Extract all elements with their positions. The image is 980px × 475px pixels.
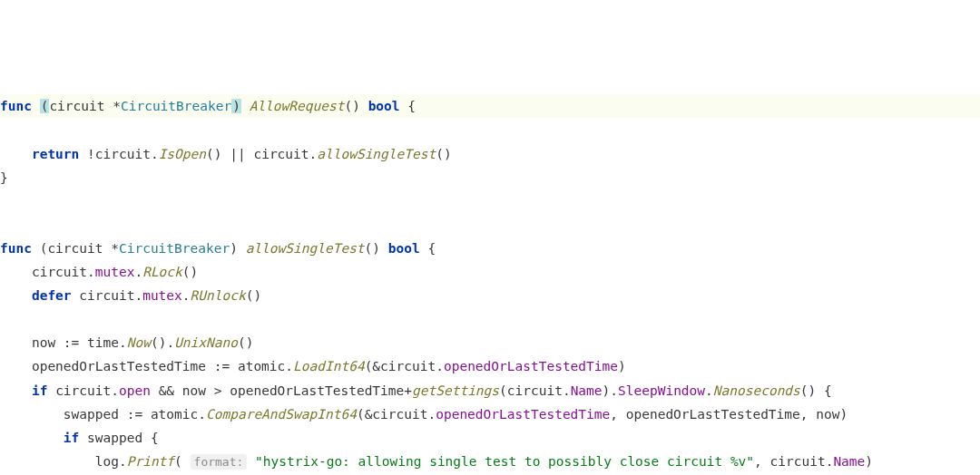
variable: now — [32, 335, 55, 350]
type-name: CircuitBreaker — [121, 99, 231, 113]
paren-highlight: ) — [231, 99, 241, 113]
keyword-return: return — [32, 147, 79, 161]
keyword-if: if — [32, 383, 47, 398]
code-line-highlighted: func (circuit *CircuitBreaker) AllowRequ… — [0, 94, 980, 118]
parameter-hint: format: — [191, 454, 248, 470]
variable: swapped — [64, 407, 119, 422]
variable: openedOrLastTestedTime — [32, 359, 206, 373]
type-name: CircuitBreaker — [119, 241, 230, 256]
paren-highlight: ( — [40, 99, 50, 113]
return-type: bool — [368, 99, 400, 113]
keyword-defer: defer — [32, 288, 72, 303]
field: mutex — [95, 265, 135, 279]
parens: () — [344, 99, 359, 113]
rbrace: } — [0, 170, 8, 185]
function-name: allowSingleTest — [246, 241, 365, 256]
method-call: allowSingleTest — [317, 147, 436, 161]
keyword-func: func — [0, 99, 32, 113]
function-name: AllowRequest — [250, 99, 345, 113]
keyword-if: if — [64, 431, 79, 445]
receiver-name: circuit — [49, 99, 104, 113]
string-literal: "hystrix-go: allowing single test to pos… — [255, 454, 754, 469]
keyword-func: func — [0, 241, 32, 256]
lbrace: { — [407, 99, 416, 113]
method-call: RLock — [142, 265, 182, 279]
method-call: IsOpen — [159, 147, 206, 161]
pointer-star: * — [113, 99, 121, 113]
code-editor[interactable]: func (circuit *CircuitBreaker) AllowRequ… — [0, 94, 980, 475]
